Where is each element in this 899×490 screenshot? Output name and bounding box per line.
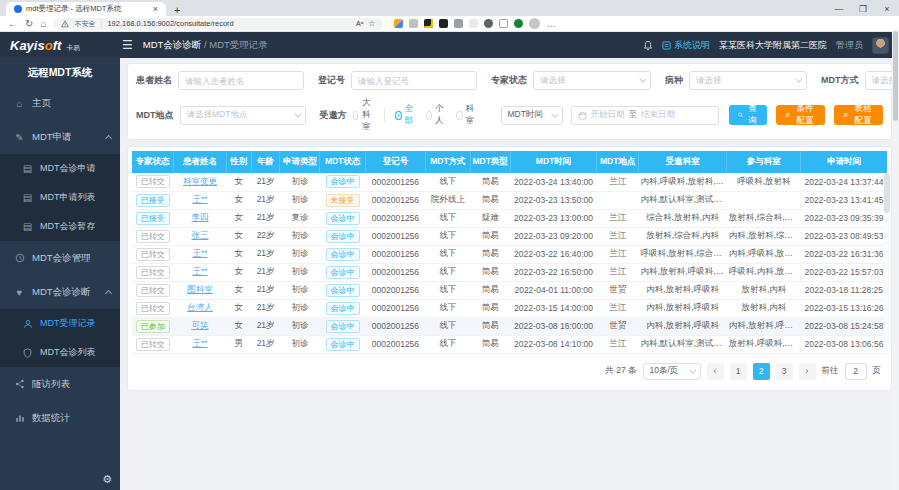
user-avatar[interactable]: [872, 37, 889, 54]
reg-no-cell: 0002001256: [365, 335, 425, 353]
patient-name-link[interactable]: 可笑: [191, 320, 208, 330]
expert-status-cell: 已参加: [132, 317, 174, 335]
reg-no-input[interactable]: [351, 71, 477, 90]
table-row[interactable]: 已转交科室变更女21岁初诊会诊中0002001256线下简易2022-03-24…: [132, 173, 887, 191]
sidebar-item-mdt-manage[interactable]: MDT会诊管理: [0, 241, 120, 275]
extension-icon-1[interactable]: [394, 19, 403, 28]
sidebar-group-mdt-apply[interactable]: ✎ MDT申请: [0, 120, 120, 154]
time-field-select[interactable]: MDT时间: [501, 106, 563, 125]
window-maximize-button[interactable]: ❐: [851, 2, 875, 16]
mdt-place-cell: 兰江: [597, 227, 639, 245]
checkbox-icon: [353, 111, 358, 120]
table-row[interactable]: 已转交图科室女21岁初诊会诊中0002001256线下简易2022-04-01 …: [132, 281, 887, 299]
table-row[interactable]: 已转交张三女22岁初诊会诊中0002001256线下简易2022-03-23 0…: [132, 227, 887, 245]
patient-name-link[interactable]: 台湾人: [187, 302, 213, 312]
sidebar-item-mdt-consult-list[interactable]: MDT会诊列表: [0, 338, 120, 367]
patient-name-link[interactable]: 图科室: [187, 284, 213, 294]
sidebar-item-statistics[interactable]: 数据统计: [0, 401, 120, 435]
browser-tabstrip: mdt受理记录 - 远程MDT系统 × + — ❐ ×: [0, 0, 899, 16]
home-icon: ⌂: [14, 98, 25, 109]
sidebar-item-mdt-accept-record[interactable]: MDT受理记录: [0, 309, 120, 338]
page-size-select[interactable]: 10条/页: [643, 363, 701, 380]
table-scrollbar[interactable]: [884, 173, 890, 348]
gender-cell: 女: [226, 299, 251, 317]
browser-profile-icon[interactable]: [529, 18, 540, 29]
date-range-picker[interactable]: 开始日期 至 结束日期: [571, 106, 719, 125]
sync-icon[interactable]: [484, 19, 493, 28]
patient-name-input[interactable]: [178, 71, 304, 90]
breadcrumb-root[interactable]: MDT会诊诊断: [143, 39, 202, 50]
page-scrollbar[interactable]: [892, 30, 899, 490]
sidebar-item-home[interactable]: ⌂ 主页: [0, 86, 120, 120]
condition-config-button[interactable]: 条件配置: [776, 105, 825, 125]
gear-icon[interactable]: ⚙: [102, 473, 112, 486]
patient-name-link[interactable]: 王**: [192, 194, 207, 204]
system-help-link[interactable]: 系统说明: [662, 39, 710, 52]
major-dept-checkbox[interactable]: 大科室: [353, 97, 375, 133]
home-icon[interactable]: ⌂: [40, 18, 46, 29]
radio-all[interactable]: 全部: [395, 103, 416, 127]
apply-type-cell: 初诊: [280, 245, 320, 263]
sidebar-item-mdt-consult-apply[interactable]: ▤ MDT会诊申请: [0, 154, 120, 183]
table-config-button[interactable]: 表格配置: [834, 105, 883, 125]
patient-name-link[interactable]: 王**: [192, 338, 207, 348]
browser-tab[interactable]: mdt受理记录 - 远程MDT系统 ×: [6, 2, 166, 16]
new-tab-button[interactable]: +: [174, 4, 180, 16]
patient-name-cell: 王**: [174, 335, 227, 353]
read-aloud-icon[interactable]: Aᵃ: [356, 20, 363, 27]
favorite-star-icon[interactable]: ☆: [368, 19, 375, 28]
browser-essentials-icon[interactable]: [514, 19, 523, 28]
page-button-2[interactable]: 2: [753, 363, 770, 380]
disease-select[interactable]: 请选择: [689, 71, 807, 90]
radio-personal[interactable]: 个人: [426, 103, 447, 127]
extension-icon-2[interactable]: [424, 19, 433, 28]
extension-icon-3[interactable]: [439, 19, 448, 28]
back-icon[interactable]: ←: [8, 18, 18, 29]
mdt-type-cell: 简易: [470, 299, 510, 317]
search-button[interactable]: 查询: [729, 105, 768, 125]
page-button-3[interactable]: 3: [776, 363, 793, 380]
collections-icon[interactable]: [409, 19, 418, 28]
mdt-place-select[interactable]: 请选择MDT地点: [180, 106, 306, 125]
table-row[interactable]: 已转交王**女21岁初诊会诊中0002001256线下简易2022-03-22 …: [132, 263, 887, 281]
page-button-1[interactable]: 1: [730, 363, 747, 380]
expert-status-tag: 已转交: [136, 175, 170, 188]
extension-icon-4[interactable]: [454, 19, 463, 28]
table-row[interactable]: 已接受王**女21岁初诊未接受0002001256院外线上简易2022-03-2…: [132, 191, 887, 209]
mdt-status-cell: 会诊中: [320, 263, 365, 281]
date-start-placeholder: 开始日期: [591, 109, 625, 121]
patient-name-link[interactable]: 王**: [192, 266, 207, 276]
mdt-status-tag: 会诊中: [326, 320, 360, 333]
reload-icon[interactable]: ↻: [25, 18, 33, 29]
patient-name-link[interactable]: 科室变更: [183, 176, 217, 186]
extension-icon-5[interactable]: [469, 19, 478, 28]
sidebar-group-mdt-diagnosis[interactable]: ♥ MDT会诊诊断: [0, 275, 120, 309]
sidebar-item-followup-list[interactable]: 随访列表: [0, 367, 120, 401]
patient-name-link[interactable]: 张三: [191, 230, 208, 240]
patient-name-link[interactable]: 李四: [191, 212, 208, 222]
sidebar-item-mdt-apply-list[interactable]: ▤ MDT申请列表: [0, 183, 120, 212]
goto-page-input[interactable]: [845, 363, 867, 380]
radio-dept[interactable]: 科室: [456, 103, 477, 127]
more-menu-icon[interactable]: …: [546, 19, 555, 29]
prev-page-button[interactable]: ‹: [707, 363, 724, 380]
next-page-button[interactable]: ›: [799, 363, 816, 380]
split-screen-icon[interactable]: [499, 19, 508, 28]
window-minimize-button[interactable]: —: [827, 2, 851, 16]
gender-cell: 女: [226, 281, 251, 299]
url-box[interactable]: 不安全 | 192.168.0.156:9002/consultate/reco…: [53, 18, 383, 30]
draft-icon: ▤: [22, 221, 33, 232]
browser-addressbar: ← ↻ ⌂ 不安全 | 192.168.0.156:9002/consultat…: [0, 16, 899, 32]
window-close-button[interactable]: ×: [875, 2, 899, 16]
table-row[interactable]: 已转交王**女21岁初诊会诊中0002001256线下简易2022-03-22 …: [132, 245, 887, 263]
expert-status-select[interactable]: 请选择: [533, 71, 651, 90]
tab-close-icon[interactable]: ×: [153, 4, 158, 14]
table-row[interactable]: 已转交王**男21岁初诊会诊中0002001256线下简易2022-03-08 …: [132, 335, 887, 353]
notification-bell-icon[interactable]: [643, 40, 653, 51]
table-row[interactable]: 已转交台湾人女21岁初诊会诊中0002001256线下简易2022-03-15 …: [132, 299, 887, 317]
table-row[interactable]: 已接受李四女21岁复诊会诊中0002001256线下疑难2022-03-23 1…: [132, 209, 887, 227]
table-row[interactable]: 已参加可笑女21岁初诊会诊中0002001256线下简易2022-03-08 1…: [132, 317, 887, 335]
collapse-sidebar-icon[interactable]: ☰: [122, 38, 133, 52]
patient-name-link[interactable]: 王**: [192, 248, 207, 258]
sidebar-item-mdt-consult-draft[interactable]: ▤ MDT会诊暂存: [0, 212, 120, 241]
